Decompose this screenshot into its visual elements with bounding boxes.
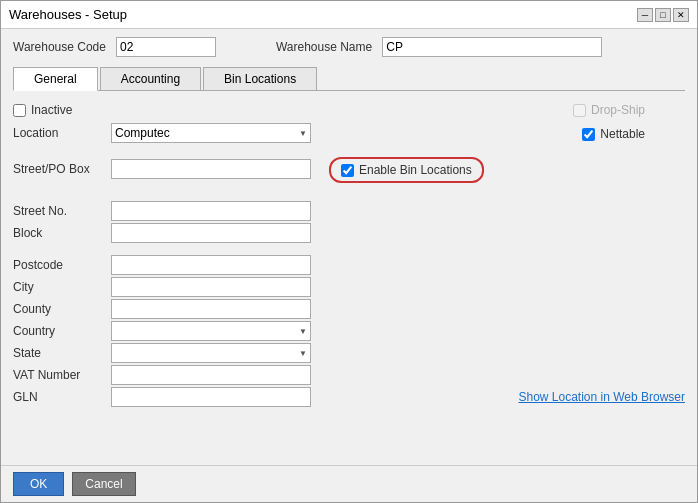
tabs-bar: General Accounting Bin Locations xyxy=(13,67,685,91)
drop-ship-label: Drop-Ship xyxy=(591,103,645,117)
block-row: Block xyxy=(13,223,685,243)
warehouse-name-input[interactable] xyxy=(382,37,602,57)
county-label: County xyxy=(13,302,103,316)
ok-button[interactable]: OK xyxy=(13,472,64,496)
country-select[interactable] xyxy=(111,321,311,341)
country-row: Country xyxy=(13,321,685,341)
postcode-label: Postcode xyxy=(13,258,103,272)
country-label: Country xyxy=(13,324,103,338)
block-label: Block xyxy=(13,226,103,240)
drop-ship-checkbox[interactable] xyxy=(573,104,586,117)
content-area: Warehouse Code Warehouse Name General Ac… xyxy=(1,29,697,465)
warehouse-code-input[interactable] xyxy=(116,37,216,57)
location-select-wrapper: Computec xyxy=(111,123,311,143)
tab-accounting[interactable]: Accounting xyxy=(100,67,201,90)
nettable-label: Nettable xyxy=(600,127,645,141)
location-label: Location xyxy=(13,126,103,140)
window-controls: ─ □ ✕ xyxy=(637,8,689,22)
state-row: State xyxy=(13,343,685,363)
street-no-row: Street No. xyxy=(13,201,685,221)
street-po-box-input[interactable] xyxy=(111,159,311,179)
enable-bin-container: Enable Bin Locations xyxy=(329,157,484,183)
vat-number-input[interactable] xyxy=(111,365,311,385)
tab-content-general: Inactive Drop-Ship Location Computec xyxy=(13,103,685,457)
block-input[interactable] xyxy=(111,223,311,243)
show-location-link[interactable]: Show Location in Web Browser xyxy=(518,390,685,404)
gln-input[interactable] xyxy=(111,387,311,407)
postcode-input[interactable] xyxy=(111,255,311,275)
warehouse-name-label: Warehouse Name xyxy=(276,40,372,54)
header-row: Warehouse Code Warehouse Name xyxy=(13,37,685,57)
inactive-checkbox[interactable] xyxy=(13,104,26,117)
street-no-input[interactable] xyxy=(111,201,311,221)
enable-bin-label: Enable Bin Locations xyxy=(359,163,472,177)
vat-number-label: VAT Number xyxy=(13,368,103,382)
gln-row: GLN Show Location in Web Browser xyxy=(13,387,685,407)
window-title: Warehouses - Setup xyxy=(9,7,127,22)
city-label: City xyxy=(13,280,103,294)
inactive-row: Inactive xyxy=(13,103,72,117)
state-select[interactable] xyxy=(111,343,311,363)
nettable-checkbox[interactable] xyxy=(582,128,595,141)
minimize-button[interactable]: ─ xyxy=(637,8,653,22)
city-row: City xyxy=(13,277,685,297)
tab-general[interactable]: General xyxy=(13,67,98,91)
country-select-wrapper xyxy=(111,321,311,341)
enable-bin-checkbox[interactable] xyxy=(341,164,354,177)
cancel-button[interactable]: Cancel xyxy=(72,472,135,496)
state-label: State xyxy=(13,346,103,360)
county-row: County xyxy=(13,299,685,319)
warehouse-code-label: Warehouse Code xyxy=(13,40,106,54)
title-bar: Warehouses - Setup ─ □ ✕ xyxy=(1,1,697,29)
tab-bin-locations[interactable]: Bin Locations xyxy=(203,67,317,90)
county-input[interactable] xyxy=(111,299,311,319)
vat-number-row: VAT Number xyxy=(13,365,685,385)
drop-ship-row: Drop-Ship xyxy=(573,103,645,117)
nettable-row: Nettable xyxy=(582,127,645,141)
main-window: Warehouses - Setup ─ □ ✕ Warehouse Code … xyxy=(0,0,698,503)
gln-label: GLN xyxy=(13,390,103,404)
close-button[interactable]: ✕ xyxy=(673,8,689,22)
footer-bar: OK Cancel xyxy=(1,465,697,502)
state-select-wrapper xyxy=(111,343,311,363)
inactive-label: Inactive xyxy=(31,103,72,117)
street-po-box-label: Street/PO Box xyxy=(13,162,103,176)
city-input[interactable] xyxy=(111,277,311,297)
street-no-label: Street No. xyxy=(13,204,103,218)
postcode-row: Postcode xyxy=(13,255,685,275)
location-row: Location Computec xyxy=(13,123,311,143)
maximize-button[interactable]: □ xyxy=(655,8,671,22)
location-select[interactable]: Computec xyxy=(111,123,311,143)
